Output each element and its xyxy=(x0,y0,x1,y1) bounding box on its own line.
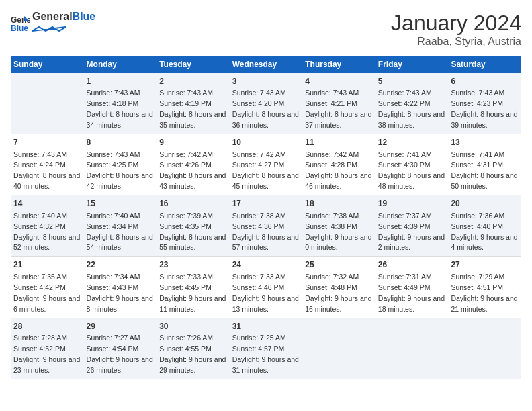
calendar-cell: 14Sunrise: 7:40 AMSunset: 4:32 PMDayligh… xyxy=(11,195,84,257)
sunset: Sunset: 4:31 PM xyxy=(451,161,503,169)
sunset: Sunset: 4:49 PM xyxy=(378,283,431,291)
logo-blue: Blue xyxy=(73,11,96,22)
sunset: Sunset: 4:40 PM xyxy=(451,222,503,230)
day-number: 12 xyxy=(378,137,446,148)
daylight: Daylight: 9 hours and 0 minutes. xyxy=(305,233,371,252)
daylight: Daylight: 9 hours and 8 minutes. xyxy=(87,294,153,313)
sunrise: Sunrise: 7:27 AM xyxy=(87,334,140,342)
sunset: Sunset: 4:21 PM xyxy=(305,99,357,107)
day-number: 4 xyxy=(305,76,373,87)
col-friday: Friday xyxy=(375,56,449,73)
day-number: 3 xyxy=(232,76,300,87)
day-number: 16 xyxy=(159,198,227,210)
daylight: Daylight: 8 hours and 45 minutes. xyxy=(232,171,299,190)
sunset: Sunset: 4:27 PM xyxy=(232,161,285,169)
day-number: 6 xyxy=(451,76,519,87)
sunset: Sunset: 4:20 PM xyxy=(232,99,285,107)
sunrise: Sunrise: 7:33 AM xyxy=(232,273,286,281)
calendar-cell: 4Sunrise: 7:43 AMSunset: 4:21 PMDaylight… xyxy=(302,73,375,134)
calendar-cell: 18Sunrise: 7:38 AMSunset: 4:38 PMDayligh… xyxy=(302,195,375,257)
calendar-cell: 21Sunrise: 7:35 AMSunset: 4:42 PMDayligh… xyxy=(11,257,84,318)
sunset: Sunset: 4:43 PM xyxy=(87,283,139,291)
sunset: Sunset: 4:23 PM xyxy=(451,99,503,107)
week-row: 1Sunrise: 7:43 AMSunset: 4:18 PMDaylight… xyxy=(11,73,521,134)
day-number: 25 xyxy=(305,259,373,271)
sunset: Sunset: 4:26 PM xyxy=(159,161,212,169)
sunrise: Sunrise: 7:41 AM xyxy=(378,150,432,158)
day-number: 10 xyxy=(232,137,300,148)
daylight: Daylight: 8 hours and 34 minutes. xyxy=(87,110,153,129)
day-number: 9 xyxy=(159,137,227,148)
header-row: Sunday Monday Tuesday Wednesday Thursday… xyxy=(11,56,521,73)
col-wednesday: Wednesday xyxy=(230,56,303,73)
day-number: 8 xyxy=(87,137,154,148)
sunrise: Sunrise: 7:36 AM xyxy=(451,212,504,220)
col-sunday: Sunday xyxy=(11,56,84,73)
calendar-cell: 20Sunrise: 7:36 AMSunset: 4:40 PMDayligh… xyxy=(448,195,521,257)
sunset: Sunset: 4:36 PM xyxy=(232,222,285,230)
sunrise: Sunrise: 7:42 AM xyxy=(232,150,286,158)
day-number: 31 xyxy=(232,321,300,332)
sunrise: Sunrise: 7:32 AM xyxy=(305,273,359,281)
calendar-cell xyxy=(11,73,84,134)
sunrise: Sunrise: 7:38 AM xyxy=(305,212,359,220)
calendar-cell: 13Sunrise: 7:41 AMSunset: 4:31 PMDayligh… xyxy=(448,134,521,195)
daylight: Daylight: 9 hours and 11 minutes. xyxy=(159,294,226,313)
sunrise: Sunrise: 7:26 AM xyxy=(159,334,213,342)
calendar-cell: 19Sunrise: 7:37 AMSunset: 4:39 PMDayligh… xyxy=(375,195,449,257)
sunrise: Sunrise: 7:38 AM xyxy=(232,212,286,220)
calendar-cell: 15Sunrise: 7:40 AMSunset: 4:34 PMDayligh… xyxy=(84,195,157,257)
sunrise: Sunrise: 7:39 AM xyxy=(159,212,213,220)
calendar-cell: 22Sunrise: 7:34 AMSunset: 4:43 PMDayligh… xyxy=(84,257,157,318)
day-number: 22 xyxy=(87,259,154,271)
daylight: Daylight: 8 hours and 40 minutes. xyxy=(13,171,80,190)
sunrise: Sunrise: 7:31 AM xyxy=(378,273,432,281)
sunset: Sunset: 4:57 PM xyxy=(232,345,285,353)
calendar-cell: 3Sunrise: 7:43 AMSunset: 4:20 PMDaylight… xyxy=(230,73,303,134)
logo-wave xyxy=(32,26,66,32)
week-row: 14Sunrise: 7:40 AMSunset: 4:32 PMDayligh… xyxy=(11,195,521,257)
subtitle: Raaba, Styria, Austria xyxy=(391,36,521,48)
svg-marker-3 xyxy=(32,27,66,31)
daylight: Daylight: 8 hours and 42 minutes. xyxy=(87,171,153,190)
calendar-cell xyxy=(375,318,449,379)
sunset: Sunset: 4:52 PM xyxy=(13,345,66,353)
daylight: Daylight: 8 hours and 52 minutes. xyxy=(13,233,80,252)
daylight: Daylight: 8 hours and 43 minutes. xyxy=(159,171,226,190)
col-thursday: Thursday xyxy=(302,56,375,73)
daylight: Daylight: 9 hours and 13 minutes. xyxy=(232,294,299,313)
sunset: Sunset: 4:38 PM xyxy=(305,222,357,230)
main-title: January 2024 xyxy=(391,11,521,36)
sunset: Sunset: 4:35 PM xyxy=(159,222,212,230)
day-number: 23 xyxy=(159,259,227,271)
calendar-cell xyxy=(448,318,521,379)
day-number: 1 xyxy=(87,76,154,87)
day-number: 17 xyxy=(232,198,300,210)
sunset: Sunset: 4:46 PM xyxy=(232,283,285,291)
calendar-cell: 2Sunrise: 7:43 AMSunset: 4:19 PMDaylight… xyxy=(157,73,230,134)
day-number: 27 xyxy=(451,259,519,271)
sunset: Sunset: 4:42 PM xyxy=(13,283,66,291)
day-number: 5 xyxy=(378,76,446,87)
title-area: January 2024 Raaba, Styria, Austria xyxy=(391,11,521,48)
col-monday: Monday xyxy=(84,56,157,73)
sunrise: Sunrise: 7:43 AM xyxy=(305,89,359,97)
calendar-cell: 27Sunrise: 7:29 AMSunset: 4:51 PMDayligh… xyxy=(448,257,521,318)
daylight: Daylight: 9 hours and 23 minutes. xyxy=(13,355,80,374)
calendar-cell: 16Sunrise: 7:39 AMSunset: 4:35 PMDayligh… xyxy=(157,195,230,257)
sunrise: Sunrise: 7:41 AM xyxy=(451,150,504,158)
sunset: Sunset: 4:55 PM xyxy=(159,345,212,353)
calendar-cell: 1Sunrise: 7:43 AMSunset: 4:18 PMDaylight… xyxy=(84,73,157,134)
col-tuesday: Tuesday xyxy=(157,56,230,73)
sunset: Sunset: 4:39 PM xyxy=(378,222,431,230)
calendar-cell: 26Sunrise: 7:31 AMSunset: 4:49 PMDayligh… xyxy=(375,257,449,318)
daylight: Daylight: 9 hours and 21 minutes. xyxy=(451,294,517,313)
day-number: 15 xyxy=(87,198,154,210)
sunrise: Sunrise: 7:29 AM xyxy=(451,273,504,281)
calendar-cell: 11Sunrise: 7:42 AMSunset: 4:28 PMDayligh… xyxy=(302,134,375,195)
sunset: Sunset: 4:24 PM xyxy=(13,161,66,169)
logo-icon: General Blue xyxy=(11,13,30,32)
daylight: Daylight: 9 hours and 16 minutes. xyxy=(305,294,371,313)
calendar-cell: 30Sunrise: 7:26 AMSunset: 4:55 PMDayligh… xyxy=(157,318,230,379)
day-number: 13 xyxy=(451,137,519,148)
